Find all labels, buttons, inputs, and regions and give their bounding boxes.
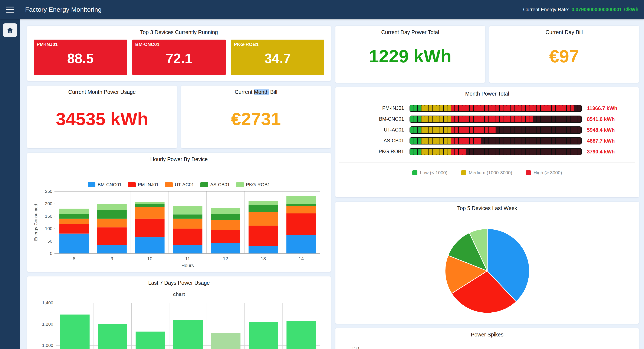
energy-rate-label: Current Energy Rate:	[523, 7, 569, 12]
card-month-power-total: Month Power Total PM-INJ0111366.7 kWhBM-…	[336, 87, 639, 197]
legend-label: PKG-ROB1	[246, 182, 270, 187]
device-value: 72.1	[135, 44, 223, 73]
segmented-gauge	[410, 105, 582, 112]
card-last7-days: Last 7 Days Power Usage chart 1,4001,200…	[27, 277, 331, 349]
legend-swatch	[165, 182, 173, 187]
card-title: Current Day Bill	[493, 29, 635, 35]
month-usage-value: 34535 kWh	[31, 95, 173, 145]
legend-item: AS-CB01	[200, 182, 230, 187]
segmented-gauge	[410, 137, 582, 144]
svg-text:13: 13	[261, 256, 266, 261]
month-bill-value: €2731	[185, 95, 327, 145]
day-bill-value: €97	[493, 35, 635, 79]
selected-text: Month	[254, 89, 268, 95]
topbar: Factory Energy Monitoring Current Energy…	[0, 0, 644, 19]
device-value: 88.5	[37, 44, 124, 73]
legend-swatch	[200, 182, 208, 187]
svg-text:10: 10	[147, 256, 152, 261]
energy-rate: Current Energy Rate: 0.07909000000000001…	[523, 7, 638, 12]
svg-text:1,200: 1,200	[42, 322, 53, 327]
card-title: Current Month Bill	[185, 89, 327, 95]
hourly-chart-legend: BM-CNC01PM-INJ01UT-AC01AS-CB01PKG-ROB1	[31, 182, 327, 187]
card-month-bill: Current Month Bill €2731	[181, 85, 331, 148]
legend-label: PM-INJ01	[138, 182, 159, 187]
card-top5-last-week: Top 5 Devices Last Week	[336, 202, 639, 324]
device-label: PM-INJ01	[339, 105, 410, 111]
card-title: Last 7 Days Power Usage	[31, 280, 327, 286]
device-tile: PM-INJ0188.5	[34, 39, 127, 75]
device-label: BM-CNC01	[339, 116, 410, 122]
chart-subtitle: chart	[31, 292, 327, 297]
last7-bar-chart: 1,4001,2001,000	[32, 300, 326, 349]
card-title: Current Month Power Usage	[31, 89, 173, 95]
card-title: Hourly Power By Device	[31, 156, 327, 162]
right-column: Current Day Power Total 1229 kWh Current…	[336, 26, 639, 349]
legend-label: High (> 3000)	[534, 170, 562, 176]
power-spikes-chart: 130	[340, 343, 634, 349]
svg-text:130: 130	[352, 346, 359, 349]
svg-text:9: 9	[110, 256, 113, 261]
svg-text:8: 8	[72, 256, 75, 261]
legend-swatch	[88, 182, 96, 187]
card-day-total: Current Day Power Total 1229 kWh	[336, 26, 485, 83]
home-button[interactable]	[3, 23, 17, 37]
svg-text:Energy Consumed: Energy Consumed	[33, 204, 38, 241]
legend-item: BM-CNC01	[88, 182, 122, 187]
month-cards-row: Current Month Power Usage 34535 kWh Curr…	[27, 85, 331, 148]
hourly-stacked-chart: 050100150200250891011121314HoursEnergy C…	[32, 189, 326, 270]
gauge-row: PM-INJ0111366.7 kWh	[339, 103, 635, 114]
segmented-gauge	[410, 116, 582, 123]
device-label: PKG-ROB1	[339, 149, 410, 154]
device-label: AS-CB01	[339, 138, 410, 144]
svg-text:250: 250	[45, 189, 52, 194]
legend-item: Medium (1000-3000)	[461, 170, 512, 176]
card-top3-devices: Top 3 Devices Currently Running PM-INJ01…	[27, 26, 331, 81]
svg-text:12: 12	[223, 256, 228, 261]
legend-item: UT-AC01	[165, 182, 194, 187]
legend-label: BM-CNC01	[98, 182, 122, 187]
gauge-row: BM-CNC018541.6 kWh	[339, 114, 635, 124]
home-icon	[6, 26, 14, 34]
card-title: Top 3 Devices Currently Running	[31, 29, 327, 35]
legend-swatch	[236, 182, 244, 187]
gauge-kwh-value: 3790.4 kWh	[582, 149, 635, 155]
gauge-row: AS-CB014887.7 kWh	[339, 135, 635, 146]
device-label: UT-AC01	[339, 127, 410, 133]
legend-label: Low (< 1000)	[420, 170, 448, 176]
gauge-row: PKG-ROB13790.4 kWh	[339, 146, 635, 157]
svg-text:1,000: 1,000	[42, 343, 53, 348]
dashboard: Top 3 Devices Currently Running PM-INJ01…	[20, 19, 644, 349]
day-cards-row: Current Day Power Total 1229 kWh Current…	[336, 26, 639, 83]
card-day-bill: Current Day Bill €97	[490, 26, 639, 83]
legend-item: PKG-ROB1	[236, 182, 270, 187]
top5-pie-chart	[442, 226, 532, 316]
svg-text:200: 200	[45, 201, 52, 206]
svg-text:14: 14	[298, 256, 304, 261]
svg-text:100: 100	[45, 226, 52, 231]
legend-label: AS-CB01	[210, 182, 230, 187]
svg-text:Hours: Hours	[181, 263, 194, 268]
gauge-kwh-value: 5948.4 kWh	[582, 127, 635, 133]
sidebar	[0, 19, 20, 349]
device-value: 34.7	[234, 44, 321, 73]
gauge-kwh-value: 8541.6 kWh	[582, 116, 635, 122]
month-total-gauges: PM-INJ0111366.7 kWhBM-CNC018541.6 kWhUT-…	[339, 103, 635, 157]
legend-item: High (> 3000)	[526, 170, 562, 176]
card-title: Current Day Power Total	[339, 29, 481, 35]
top3-tiles: PM-INJ0188.5BM-CNC0172.1PKG-ROB134.7	[34, 39, 324, 75]
svg-text:11: 11	[185, 256, 190, 261]
gauge-kwh-value: 4887.7 kWh	[582, 138, 635, 144]
gauge-kwh-value: 11366.7 kWh	[582, 105, 635, 111]
card-title: Power Spikes	[339, 332, 635, 338]
legend-label: UT-AC01	[175, 182, 194, 187]
svg-text:0: 0	[50, 251, 52, 256]
legend-item: Low (< 1000)	[412, 170, 448, 176]
gauge-legend: Low (< 1000)Medium (1000-3000)High (> 30…	[339, 170, 635, 176]
legend-swatch	[128, 182, 136, 187]
menu-icon[interactable]	[4, 3, 16, 16]
day-total-value: 1229 kWh	[339, 35, 481, 79]
device-tile: PKG-ROB134.7	[231, 39, 324, 75]
card-month-usage: Current Month Power Usage 34535 kWh	[27, 85, 177, 148]
svg-text:150: 150	[45, 214, 52, 219]
device-tile: BM-CNC0172.1	[132, 39, 226, 75]
